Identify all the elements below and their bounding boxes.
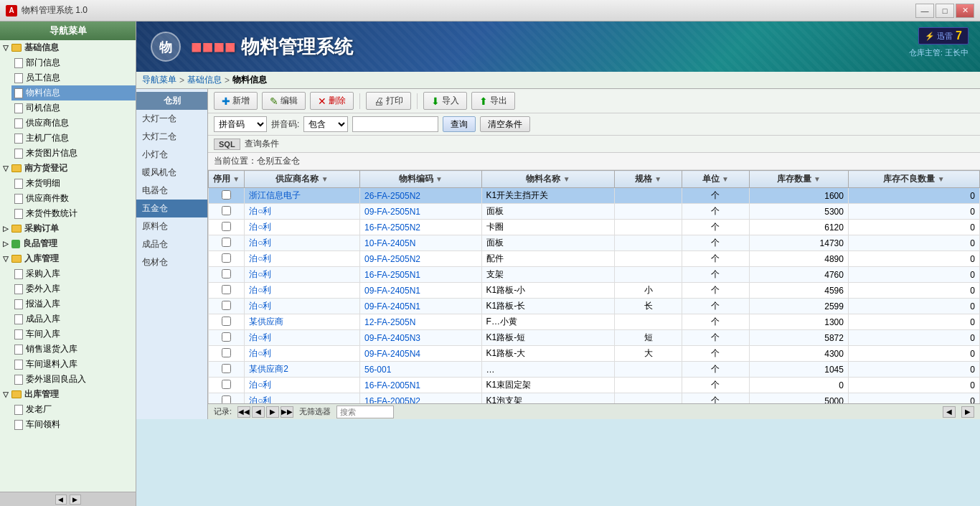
row-unit: 个 — [682, 235, 749, 251]
warehouse-item-4[interactable]: 电器仓 — [136, 182, 207, 200]
warehouse-item-8[interactable]: 包材仓 — [136, 253, 207, 271]
sidebar-item-factory[interactable]: 主机厂信息 — [11, 131, 136, 146]
warehouse-item-0[interactable]: 大灯一仓 — [136, 110, 207, 128]
hscroll-left-btn[interactable]: ◀ — [943, 406, 956, 418]
sidebar-item-image-label: 来货图片信息 — [26, 147, 77, 159]
col-supplier[interactable]: 供应商名称 ▼ — [245, 171, 360, 188]
nav-last-btn[interactable]: ▶▶ — [281, 406, 293, 418]
sidebar-item-workshop-pick[interactable]: 车间领料 — [11, 417, 136, 432]
nav-next-btn[interactable]: ▶ — [266, 406, 279, 418]
table-row[interactable]: 泊○利16-FA-2505N1支架个47600 — [209, 267, 980, 283]
row-checkbox[interactable] — [222, 285, 231, 294]
row-checkbox[interactable] — [222, 253, 231, 263]
col-spec[interactable]: 规格 ▼ — [615, 171, 682, 188]
breadcrumb-nav[interactable]: 导航菜单 — [142, 74, 176, 86]
warehouse-item-1[interactable]: 大灯二仓 — [136, 128, 207, 146]
row-checkbox[interactable] — [222, 348, 231, 357]
table-row[interactable]: 泊○利09-FA-2405N1K1路板-小小个45960 — [209, 283, 980, 299]
col-bad-qty[interactable]: 库存不良数量 ▼ — [848, 171, 979, 188]
warehouse-item-7[interactable]: 成品仓 — [136, 235, 207, 253]
row-checkbox[interactable] — [222, 364, 231, 373]
maximize-button[interactable]: □ — [936, 4, 954, 18]
sidebar-item-workshop-return[interactable]: 车间退料入库 — [11, 357, 136, 372]
row-checkbox[interactable] — [222, 238, 231, 247]
filter-input[interactable] — [352, 116, 438, 132]
sidebar-group-inbound-header[interactable]: ▽ 入库管理 — [0, 251, 136, 266]
table-row[interactable]: 泊○利09-FA-2505N1面板个53000 — [209, 204, 980, 220]
col-unit[interactable]: 单位 ▼ — [682, 171, 749, 188]
sidebar-item-return-in[interactable]: 销售退货入库 — [11, 342, 136, 357]
nav-prev-btn[interactable]: ◀ — [252, 406, 265, 418]
hscroll-right-btn[interactable]: ▶ — [961, 406, 974, 418]
warehouse-item-3[interactable]: 暖风机仓 — [136, 164, 207, 182]
minimize-button[interactable]: — — [915, 4, 934, 18]
import-button[interactable]: ⬇ 导入 — [423, 92, 467, 110]
delete-button[interactable]: ✕ 删除 — [310, 92, 354, 110]
export-button[interactable]: ⬆ 导出 — [471, 92, 515, 110]
row-checkbox[interactable] — [222, 332, 231, 342]
breadcrumb-info[interactable]: 基础信息 — [187, 74, 222, 86]
sidebar-group-quality-header[interactable]: ▷ 良品管理 — [0, 236, 136, 251]
nav-first-btn[interactable]: ◀◀ — [237, 406, 250, 418]
close-button[interactable]: ✕ — [956, 4, 974, 18]
filter-contains-select[interactable]: 包含 等于 开始于 结束于 — [303, 116, 348, 132]
row-checkbox[interactable] — [222, 269, 231, 278]
sidebar-scroll[interactable]: ▽ 基础信息 部门信息 员工信息 物料信息 — [0, 40, 136, 492]
table-row[interactable]: 某供应商12-FA-2505NF…小黄个13000 — [209, 314, 980, 330]
table-row[interactable]: 泊○利09-FA-2505N2配件个48900 — [209, 251, 980, 267]
row-bad-qty: 0 — [848, 346, 979, 362]
table-container[interactable]: 停用 ▼ 供应商名称 ▼ 物料编码 ▼ 物料名称 ▼ 规格 ▼ 单位 ▼ 库存数… — [208, 170, 980, 403]
col-code[interactable]: 物料编码 ▼ — [359, 171, 481, 188]
sidebar-item-product-in[interactable]: 成品入库 — [11, 311, 136, 327]
sidebar-item-supplier-count[interactable]: 供应商件数 — [11, 191, 136, 206]
sidebar-group-nanfang-header[interactable]: ▽ 南方货登记 — [0, 161, 136, 176]
sidebar-group-purchase-header[interactable]: ▷ 采购订单 — [0, 221, 136, 236]
edit-button[interactable]: ✎ 编辑 — [262, 92, 306, 110]
sidebar-item-outsource-in[interactable]: 委外入库 — [11, 281, 136, 296]
table-row[interactable]: 浙江信息电子26-FA-2505N2K1开关主挡开关个16000 — [209, 188, 980, 204]
warehouse-item-6[interactable]: 原料仓 — [136, 217, 207, 235]
row-checkbox[interactable] — [222, 395, 231, 404]
sidebar-item-workshop-in[interactable]: 车间入库 — [11, 327, 136, 342]
status-search-input[interactable] — [336, 406, 394, 418]
warehouse-item-2[interactable]: 小灯仓 — [136, 146, 207, 164]
sidebar-group-outbound-header[interactable]: ▽ 出库管理 — [0, 387, 136, 402]
table-row[interactable]: 泊○利09-FA-2405N1K1路板-长长个25990 — [209, 299, 980, 314]
col-name[interactable]: 物料名称 ▼ — [481, 171, 615, 188]
sidebar-item-send-old[interactable]: 发老厂 — [11, 402, 136, 417]
sidebar-item-employee[interactable]: 员工信息 — [11, 70, 136, 85]
sidebar-item-image[interactable]: 来货图片信息 — [11, 146, 136, 161]
sidebar-item-dept[interactable]: 部门信息 — [11, 55, 136, 70]
row-checkbox[interactable] — [222, 222, 231, 231]
sidebar-item-overflow-in[interactable]: 报溢入库 — [11, 296, 136, 311]
warehouse-item-5[interactable]: 五金仓 — [136, 200, 207, 217]
clear-button[interactable]: 清空条件 — [480, 116, 530, 132]
print-button[interactable]: 🖨 打印 — [366, 92, 411, 110]
sidebar-item-purchase-in[interactable]: 采购入库 — [11, 266, 136, 281]
table-row[interactable]: 泊○利16-FA-2005N2K1泡支架个50000 — [209, 393, 980, 404]
search-button[interactable]: 查询 — [443, 116, 476, 132]
table-row[interactable]: 泊○利09-FA-2405N3K1路板-短短个58720 — [209, 330, 980, 346]
col-qty[interactable]: 库存数量 ▼ — [749, 171, 848, 188]
table-row[interactable]: 泊○利09-FA-2405N4K1路板-大大个43000 — [209, 346, 980, 362]
sidebar-item-material[interactable]: 物料信息 — [11, 85, 136, 100]
row-checkbox[interactable] — [222, 317, 231, 326]
scroll-right-btn[interactable]: ▶ — [70, 495, 81, 505]
table-row[interactable]: 泊○利10-FA-2405N面板个147300 — [209, 235, 980, 251]
sidebar-item-supplier[interactable]: 供应商信息 — [11, 116, 136, 131]
sidebar-item-arrival-stat[interactable]: 来货件数统计 — [11, 206, 136, 221]
filter-field-select[interactable]: 拼音码 物料编码 物料名称 规格 — [214, 116, 267, 132]
sidebar-item-arrival[interactable]: 来货明细 — [11, 176, 136, 191]
scroll-left-btn[interactable]: ◀ — [55, 495, 67, 505]
sidebar-group-basic-header[interactable]: ▽ 基础信息 — [0, 40, 136, 55]
sidebar-item-driver[interactable]: 司机信息 — [11, 100, 136, 116]
sidebar-item-outsource-return[interactable]: 委外退回良品入 — [11, 372, 136, 387]
row-checkbox[interactable] — [222, 380, 231, 389]
table-row[interactable]: 泊○利16-FA-2005N1K1束固定架个00 — [209, 378, 980, 393]
row-checkbox[interactable] — [222, 190, 231, 200]
table-row[interactable]: 某供应商256-001…个10450 — [209, 362, 980, 378]
row-checkbox[interactable] — [222, 301, 231, 310]
table-row[interactable]: 泊○利16-FA-2505N2卡圈个61200 — [209, 220, 980, 235]
row-checkbox[interactable] — [222, 206, 231, 215]
add-button[interactable]: ✚ 新增 — [214, 92, 258, 110]
